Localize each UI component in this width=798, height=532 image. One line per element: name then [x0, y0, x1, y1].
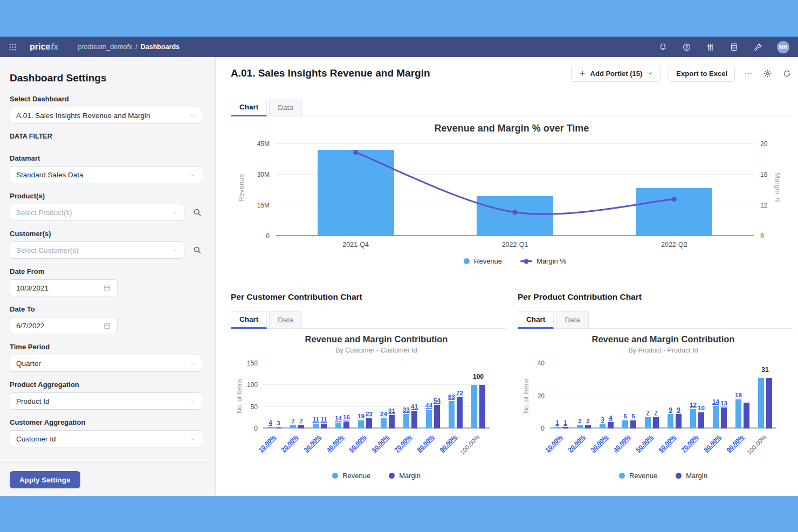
apps-grid-icon[interactable] — [9, 43, 17, 51]
database-icon[interactable] — [730, 43, 739, 52]
bar-value-link[interactable]: 1 — [563, 419, 567, 426]
tab-data[interactable]: Data — [269, 311, 302, 329]
x-axis-label[interactable]: 80.00% — [703, 434, 722, 453]
revenue-bar[interactable]: 11 — [313, 424, 319, 429]
datamart-dropdown[interactable]: Standard Sales Data — [10, 166, 202, 183]
breadcrumb-account[interactable]: prodteam_demofx — [78, 43, 132, 51]
x-axis-label[interactable]: 10.00% — [257, 434, 277, 453]
margin-bar[interactable]: 11 — [321, 424, 327, 429]
margin-bar[interactable]: 4 — [608, 422, 614, 429]
revenue-bar[interactable]: 7 — [645, 417, 651, 429]
x-axis-label[interactable]: 50.00% — [348, 434, 367, 453]
bar-value-link[interactable]: 54 — [434, 397, 441, 404]
select-dashboard-dropdown[interactable]: A.01. Sales Insights Revenue and Margin — [10, 107, 202, 124]
x-axis-label[interactable]: 90.00% — [725, 434, 745, 453]
bar-value-link[interactable]: 7 — [654, 410, 657, 416]
add-portlet-button[interactable]: Add Portlet (15) — [571, 65, 661, 82]
tab-chart[interactable]: Chart — [231, 99, 267, 116]
bar-value-link[interactable]: 23 — [366, 411, 373, 417]
bar-value-link[interactable]: 4 — [269, 419, 272, 426]
legend-item[interactable]: Revenue — [332, 472, 370, 480]
wrench-icon[interactable] — [753, 43, 762, 52]
export-to-excel-button[interactable]: Export to Excel — [669, 65, 735, 82]
bar-value-link[interactable]: 7 — [646, 410, 649, 416]
bar-value-link[interactable]: 16 — [343, 414, 350, 420]
x-axis-label[interactable]: 30.00% — [589, 434, 609, 453]
bar-value-link[interactable]: 3 — [601, 416, 604, 423]
revenue-bar[interactable]: 12 — [690, 409, 696, 429]
bar-value-link[interactable]: 12 — [690, 402, 697, 408]
bar-value-link[interactable]: 41 — [411, 403, 418, 410]
x-axis-label[interactable]: 30.00% — [302, 434, 322, 453]
pricefx-logo[interactable]: pricefx — [30, 42, 58, 52]
more-icon[interactable] — [743, 69, 754, 78]
tab-chart[interactable]: Chart — [231, 311, 267, 329]
apply-settings-button[interactable]: Apply Settings — [10, 471, 80, 488]
bar-value-link[interactable]: 10 — [698, 405, 705, 411]
x-axis-label[interactable]: 60.00% — [370, 434, 390, 453]
date-to-input[interactable]: 6/7/2022 — [10, 317, 118, 334]
margin-bar[interactable]: 23 — [366, 418, 372, 429]
margin-bar[interactable] — [744, 403, 749, 429]
bar-value-link[interactable]: 2 — [578, 418, 581, 424]
product-aggregation-dropdown[interactable]: Product Id — [10, 392, 202, 410]
bell-icon[interactable] — [658, 43, 668, 52]
revenue-bar[interactable]: 14 — [713, 406, 719, 429]
help-icon[interactable] — [682, 43, 691, 52]
bar-value-link[interactable]: 7 — [299, 418, 302, 424]
margin-bar[interactable]: 7 — [653, 417, 659, 429]
products-dropdown[interactable]: Select Product(s) — [10, 204, 184, 221]
revenue-bar[interactable]: 9 — [668, 414, 673, 429]
legend-item[interactable]: Margin — [389, 472, 421, 480]
revenue-bar[interactable] — [758, 378, 764, 429]
revenue-bar[interactable]: 14 — [335, 423, 341, 429]
bar-value-link[interactable]: 18 — [735, 392, 742, 398]
revenue-bar[interactable] — [318, 150, 394, 236]
bar-value-link[interactable]: 13 — [720, 400, 727, 406]
x-axis-label[interactable]: 20.00% — [567, 434, 586, 453]
margin-bar[interactable]: 10 — [698, 412, 704, 429]
margin-bar[interactable] — [766, 378, 772, 429]
gear-icon[interactable] — [762, 69, 773, 78]
bar-value-link[interactable]: 44 — [425, 402, 432, 409]
bar-value-link[interactable]: 14 — [712, 398, 719, 405]
bar-value-link[interactable]: 7 — [291, 418, 294, 424]
x-axis-label[interactable]: 50.00% — [635, 434, 654, 453]
margin-bar[interactable]: 5 — [630, 420, 636, 429]
revenue-bar[interactable]: 5 — [622, 420, 628, 429]
bar-value-link[interactable]: 11 — [320, 416, 327, 423]
bar-value-link[interactable]: 5 — [631, 413, 635, 419]
customer-aggregation-dropdown[interactable]: Customer Id — [10, 430, 202, 447]
bar-value-link[interactable]: 14 — [335, 415, 342, 422]
bar-value-link[interactable]: 4 — [609, 414, 612, 421]
customers-dropdown[interactable]: Select Customer(s) — [10, 241, 184, 259]
x-axis-label[interactable]: 20.00% — [280, 434, 299, 453]
x-axis-label[interactable]: 60.00% — [657, 434, 677, 453]
x-axis-label[interactable]: 90.00% — [438, 434, 458, 453]
sliders-icon[interactable] — [706, 43, 715, 52]
tab-data[interactable]: Data — [556, 311, 589, 329]
revenue-bar[interactable]: 63 — [449, 401, 455, 429]
legend-item[interactable]: Margin — [676, 472, 707, 480]
x-axis-label[interactable]: 70.00% — [393, 434, 412, 453]
margin-bar[interactable]: 72 — [457, 397, 463, 429]
margin-bar[interactable]: 16 — [343, 422, 349, 429]
margin-bar[interactable]: 31 — [389, 415, 395, 429]
bar-value-link[interactable]: 31 — [388, 407, 395, 414]
bar-value-link[interactable]: 2 — [586, 418, 589, 424]
bar-value-link[interactable]: 33 — [403, 406, 410, 413]
x-axis-label[interactable]: 80.00% — [416, 434, 435, 453]
bar-value-link[interactable]: 9 — [677, 406, 680, 413]
margin-bar[interactable]: 9 — [676, 414, 682, 429]
time-period-dropdown[interactable]: Quarter — [10, 355, 202, 372]
legend-item[interactable]: Revenue — [464, 257, 502, 265]
user-avatar[interactable]: MH — [777, 41, 789, 53]
bar-value-link[interactable]: 9 — [669, 406, 672, 413]
revenue-bar[interactable]: 33 — [403, 414, 409, 429]
refresh-icon[interactable] — [781, 69, 793, 78]
revenue-bar[interactable]: 24 — [381, 418, 387, 429]
bar-value-link[interactable]: 5 — [623, 413, 627, 419]
margin-bar[interactable]: 13 — [721, 407, 727, 429]
margin-bar[interactable]: 54 — [434, 405, 440, 429]
bar-value-link[interactable]: 11 — [312, 416, 319, 423]
